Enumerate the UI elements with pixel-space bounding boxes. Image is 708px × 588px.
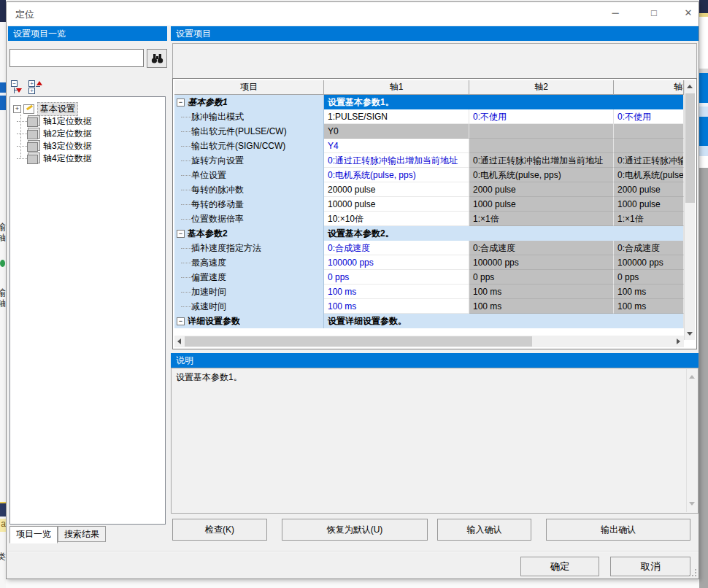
tree-item-基本设置[interactable]: +基本设置: [10, 103, 165, 115]
tree-item-轴4定位数据[interactable]: 轴4定位数据: [10, 152, 165, 165]
value-cell-axis1[interactable]: 0:电机系统(pulse, pps): [324, 168, 469, 182]
collapse-icon[interactable]: −: [177, 98, 185, 107]
value-cell-axis3[interactable]: 0:合成速度: [614, 241, 684, 255]
maximize-button[interactable]: □: [642, 4, 666, 23]
resize-grip[interactable]: [689, 569, 696, 576]
tree-item-轴2定位数据[interactable]: 轴2定位数据: [10, 128, 165, 140]
column-header-item[interactable]: 项目: [174, 80, 324, 95]
value-cell-axis2[interactable]: 1000 pulse: [469, 197, 614, 212]
scroll-up-icon[interactable]: [689, 375, 695, 379]
minimize-button[interactable]: ─: [603, 4, 628, 23]
expand-all-icon[interactable]: + +: [28, 80, 44, 94]
value-cell-axis2[interactable]: 0 pps: [469, 270, 614, 285]
value-cell-axis1[interactable]: 1:PULSE/SIGN: [324, 109, 469, 124]
value-cell-axis3[interactable]: [614, 124, 684, 139]
section-description-cell[interactable]: 设置基本参数1。: [324, 95, 684, 109]
value-cell-axis1[interactable]: 100000 pps: [324, 255, 469, 270]
param-label-cell[interactable]: 位置数据倍率: [174, 212, 324, 226]
value-cell-axis1[interactable]: 100 ms: [324, 285, 469, 299]
scrollbar-thumb[interactable]: [685, 93, 695, 203]
collapse-icon[interactable]: −: [177, 317, 185, 325]
value-cell-axis2[interactable]: 0:不使用: [469, 109, 614, 124]
value-cell-axis2[interactable]: 0:通过正转脉冲输出增加当前地址: [469, 153, 614, 168]
section-description-cell[interactable]: 设置详细设置参数。: [324, 314, 684, 328]
value-cell-axis2[interactable]: 0:合成速度: [469, 241, 614, 255]
param-label-cell[interactable]: 每转的脉冲数: [174, 182, 324, 197]
column-header-axis2[interactable]: 轴2: [469, 80, 614, 95]
value-cell-axis1[interactable]: 10:×10倍: [324, 212, 469, 226]
value-cell-axis3[interactable]: 2000 pulse: [614, 182, 684, 197]
value-cell-axis1[interactable]: 0:合成速度: [324, 241, 469, 255]
value-cell-axis3[interactable]: 100000 pps: [614, 255, 684, 270]
tree-item-轴3定位数据[interactable]: 轴3定位数据: [10, 140, 165, 152]
description-scrollbar[interactable]: [686, 369, 697, 512]
scrollbar-thumb[interactable]: [185, 336, 532, 347]
value-cell-axis3[interactable]: 0:通过正转脉冲输出增加当前地址: [614, 153, 684, 168]
table-vertical-scrollbar[interactable]: [684, 80, 695, 340]
section-label-cell[interactable]: −基本参数2: [174, 226, 324, 241]
param-label-cell[interactable]: 减速时间: [174, 299, 324, 314]
value-cell-axis1[interactable]: Y0: [324, 124, 469, 139]
column-header-axis3[interactable]: 轴3: [614, 80, 684, 95]
param-label-cell[interactable]: 脉冲输出模式: [174, 109, 324, 124]
table-horizontal-scrollbar[interactable]: [174, 336, 684, 347]
value-cell-axis1[interactable]: 10000 pulse: [324, 197, 469, 212]
scroll-up-icon[interactable]: [687, 85, 693, 88]
value-cell-axis1[interactable]: 0 pps: [324, 270, 469, 285]
value-cell-axis2[interactable]: 1:×1倍: [469, 212, 614, 226]
section-label-cell[interactable]: −基本参数1: [174, 95, 324, 109]
section-description-cell[interactable]: 设置基本参数2。: [324, 226, 684, 241]
tab-search-results[interactable]: 搜索结果: [58, 526, 106, 542]
scroll-down-icon[interactable]: [689, 502, 695, 506]
scroll-right-icon[interactable]: [677, 339, 680, 344]
value-cell-axis2[interactable]: 2000 pulse: [469, 182, 614, 197]
restore-default-button[interactable]: 恢复为默认(U): [282, 519, 428, 541]
input-confirm-button[interactable]: 输入确认: [437, 519, 531, 541]
cancel-button[interactable]: 取消: [610, 557, 690, 576]
value-cell-axis2[interactable]: 100000 pps: [469, 255, 614, 270]
collapse-all-icon[interactable]: −: [11, 80, 26, 94]
param-label-cell[interactable]: 每转的移动量: [174, 197, 324, 212]
value-cell-axis3[interactable]: 100 ms: [614, 299, 684, 314]
column-header-axis1[interactable]: 轴1: [324, 80, 469, 95]
value-cell-axis3[interactable]: 1:×1倍: [614, 212, 684, 226]
value-cell-axis2[interactable]: 100 ms: [469, 299, 614, 314]
value-cell-axis3[interactable]: 0 pps: [614, 270, 684, 285]
value-cell-axis1[interactable]: 0:通过正转脉冲输出增加当前地址: [324, 153, 469, 168]
search-input[interactable]: [9, 49, 144, 67]
param-label-cell[interactable]: 加速时间: [174, 285, 324, 299]
tab-item-list[interactable]: 项目一览: [9, 526, 58, 543]
ok-button[interactable]: 确定: [520, 557, 599, 576]
param-label-cell[interactable]: 输出软元件(SIGN/CCW): [174, 139, 324, 153]
output-confirm-button[interactable]: 输出确认: [546, 519, 690, 541]
value-cell-axis2[interactable]: [469, 124, 614, 139]
section-label-cell[interactable]: −详细设置参数: [174, 314, 324, 328]
search-button[interactable]: [147, 49, 167, 68]
scroll-left-icon[interactable]: [177, 339, 181, 344]
value-cell-axis3[interactable]: 0:不使用: [614, 109, 684, 124]
left-panel-tabs: 项目一览 搜索结果: [9, 526, 106, 543]
value-cell-axis3[interactable]: [614, 139, 684, 153]
param-label-cell[interactable]: 旋转方向设置: [174, 153, 324, 168]
check-button[interactable]: 检查(K): [172, 519, 267, 541]
scroll-down-icon[interactable]: [687, 332, 693, 336]
param-label-cell[interactable]: 最高速度: [174, 255, 324, 270]
value-cell-axis1[interactable]: Y4: [324, 139, 469, 153]
value-cell-axis3[interactable]: 1000 pulse: [614, 197, 684, 212]
value-cell-axis3[interactable]: 100 ms: [614, 285, 684, 299]
value-cell-axis2[interactable]: [469, 139, 614, 153]
value-cell-axis3[interactable]: 0:电机系统(pulse, pps): [614, 168, 684, 182]
param-label-cell[interactable]: 偏置速度: [174, 270, 324, 285]
value-cell-axis2[interactable]: 0:电机系统(pulse, pps): [469, 168, 614, 182]
param-label-cell[interactable]: 插补速度指定方法: [174, 241, 324, 255]
tree-item-轴1定位数据[interactable]: 轴1定位数据: [10, 115, 165, 128]
dialog-titlebar[interactable]: 定位 ─ □ ✕: [7, 2, 699, 26]
close-button[interactable]: ✕: [676, 4, 701, 23]
value-cell-axis1[interactable]: 20000 pulse: [324, 182, 469, 197]
param-label-cell[interactable]: 单位设置: [174, 168, 324, 182]
value-cell-axis1[interactable]: 100 ms: [324, 299, 469, 314]
collapse-icon[interactable]: −: [177, 230, 185, 238]
tree-expander-icon[interactable]: +: [13, 105, 21, 113]
param-label-cell[interactable]: 输出软元件(PULSE/CW): [174, 124, 324, 139]
value-cell-axis2[interactable]: 100 ms: [469, 285, 614, 299]
